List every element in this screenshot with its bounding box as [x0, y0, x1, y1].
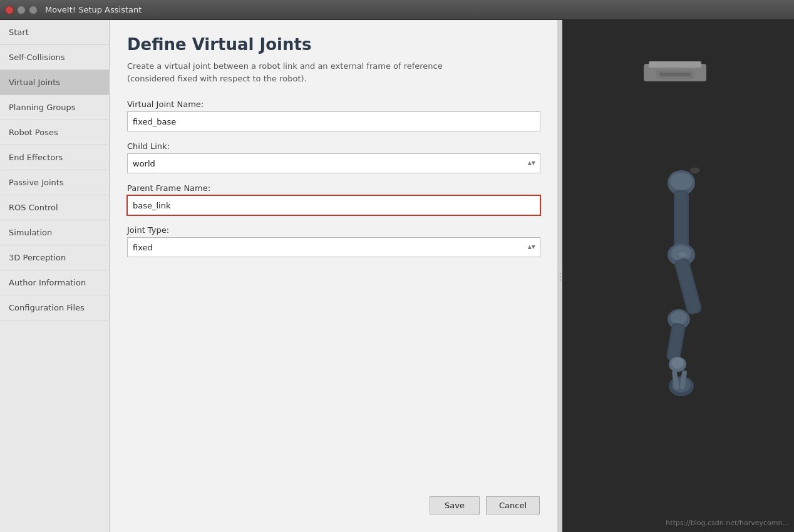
minimize-button[interactable] [17, 6, 26, 14]
titlebar: MoveIt! Setup Assistant [0, 0, 794, 20]
child-link-select[interactable]: world [127, 153, 540, 173]
save-button[interactable]: Save [430, 496, 480, 514]
child-link-select-wrapper: world [127, 153, 540, 173]
joint-type-group: Joint Type: fixed floating planar [127, 225, 540, 257]
sidebar-item-virtual-joints[interactable]: Virtual Joints [0, 70, 109, 95]
sidebar-item-start[interactable]: Start [0, 20, 109, 45]
svg-point-18 [671, 357, 684, 369]
parent-frame-name-group: Parent Frame Name: [127, 183, 540, 215]
sidebar-item-simulation[interactable]: Simulation [0, 220, 109, 245]
joint-type-select-wrapper: fixed floating planar [127, 237, 540, 257]
window-title: MoveIt! Setup Assistant [45, 5, 142, 14]
svg-point-14 [671, 311, 687, 325]
main-content: Define Virtual Joints Create a virtual j… [110, 20, 557, 532]
page-title: Define Virtual Joints [127, 35, 540, 54]
robot-visualization [562, 20, 794, 532]
parent-frame-name-input[interactable] [127, 195, 540, 215]
sidebar-item-configuration-files[interactable]: Configuration Files [0, 295, 109, 320]
app-body: Start Self-Collisions Virtual Joints Pla… [0, 20, 794, 532]
cancel-button[interactable]: Cancel [486, 496, 540, 514]
sidebar-item-3d-perception[interactable]: 3D Perception [0, 245, 109, 270]
virtual-joint-name-input[interactable] [127, 111, 540, 131]
child-link-label: Child Link: [127, 141, 540, 151]
virtual-joint-name-label: Virtual Joint Name: [127, 100, 540, 109]
sidebar-item-planning-groups[interactable]: Planning Groups [0, 95, 109, 120]
sidebar-item-end-effectors[interactable]: End Effectors [0, 145, 109, 170]
3d-viewport: https://blog.csdn.net/harveycomn... [562, 20, 794, 532]
svg-point-6 [670, 173, 693, 190]
parent-frame-name-label: Parent Frame Name: [127, 183, 540, 193]
viewport-watermark: https://blog.csdn.net/harveycomn... [666, 519, 789, 527]
child-link-group: Child Link: world [127, 141, 540, 173]
svg-rect-8 [676, 192, 687, 252]
panel-divider[interactable]: ⋮ [557, 20, 562, 532]
sidebar-item-ros-control[interactable]: ROS Control [0, 195, 109, 220]
maximize-button[interactable] [29, 6, 38, 14]
sidebar-item-author-information[interactable]: Author Information [0, 270, 109, 295]
joint-type-select[interactable]: fixed floating planar [127, 237, 540, 257]
virtual-joint-name-group: Virtual Joint Name: [127, 100, 540, 131]
sidebar-item-passive-joints[interactable]: Passive Joints [0, 170, 109, 195]
window-controls[interactable] [5, 6, 38, 14]
close-button[interactable] [5, 6, 14, 14]
sidebar-spacer [0, 320, 109, 532]
svg-rect-4 [659, 73, 691, 76]
sidebar-item-robot-poses[interactable]: Robot Poses [0, 120, 109, 145]
sidebar: Start Self-Collisions Virtual Joints Pla… [0, 20, 110, 532]
bottom-buttons: Save Cancel [430, 496, 540, 514]
sidebar-item-self-collisions[interactable]: Self-Collisions [0, 45, 109, 70]
svg-rect-2 [649, 61, 701, 68]
joint-type-label: Joint Type: [127, 225, 540, 235]
page-description: Create a virtual joint between a robot l… [127, 60, 540, 84]
svg-point-24 [678, 252, 687, 257]
